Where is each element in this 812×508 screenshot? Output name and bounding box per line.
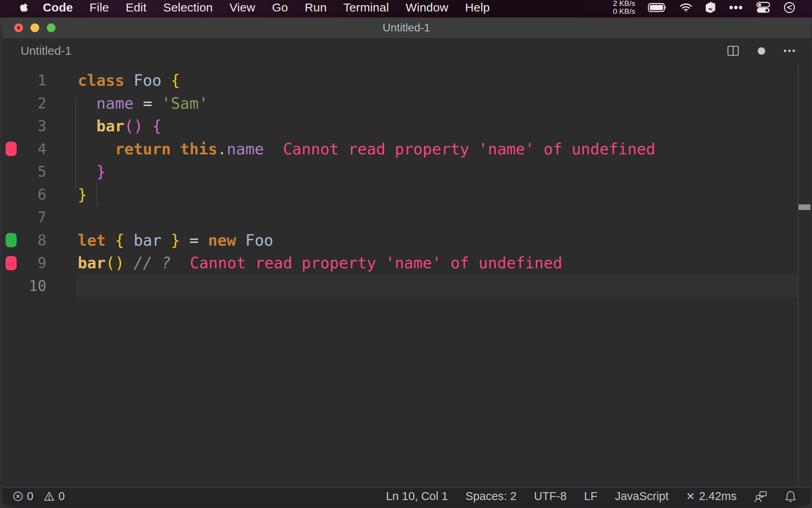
token	[124, 71, 133, 89]
apple-menu[interactable]	[20, 2, 29, 13]
token: {	[115, 231, 124, 249]
token: return	[115, 140, 171, 158]
token: }	[96, 163, 105, 181]
token	[171, 140, 180, 158]
token	[199, 231, 208, 249]
line-number-9[interactable]: 9	[2, 252, 46, 275]
token	[78, 117, 96, 135]
clock-menu-icon[interactable]	[783, 2, 795, 13]
token: bar	[78, 254, 105, 272]
code-line-4[interactable]: 4 return this.nameCannot read property '…	[2, 138, 810, 161]
code-line-2[interactable]: 2 name = 'Sam'	[2, 92, 810, 115]
token	[78, 140, 115, 158]
unsaved-changes-indicator[interactable]	[758, 47, 765, 55]
wifi-icon[interactable]	[680, 3, 692, 12]
token	[124, 254, 133, 272]
line-number-5[interactable]: 5	[2, 160, 46, 183]
code-text: bar() {	[78, 115, 161, 138]
menu-item-selection[interactable]: Selection	[163, 1, 213, 14]
token: this	[180, 140, 217, 158]
split-editor-icon[interactable]	[727, 44, 739, 57]
token	[105, 231, 115, 249]
token: Foo	[134, 71, 161, 89]
error-icon	[13, 491, 23, 502]
token	[124, 231, 133, 249]
token	[180, 231, 189, 249]
more-actions-icon[interactable]	[783, 49, 795, 52]
screen: CodeFileEditSelectionViewGoRunTerminalWi…	[0, 0, 812, 508]
warning-icon	[44, 491, 55, 502]
token: ()	[124, 117, 143, 135]
code-text: let { bar } = new Foo	[78, 229, 273, 252]
code-text: class Foo {	[78, 69, 180, 92]
eol-status[interactable]: LF	[584, 490, 598, 503]
notifications-bell-icon[interactable]	[785, 490, 796, 503]
encoding-status[interactable]: UTF-8	[534, 490, 567, 503]
token: {	[171, 71, 180, 89]
token: // ?	[134, 254, 171, 272]
cursor-position-status[interactable]: Ln 10, Col 1	[386, 490, 448, 503]
token: =	[190, 231, 199, 249]
line-number-4[interactable]: 4	[2, 138, 46, 161]
problems-summary[interactable]: 0 0	[2, 490, 65, 503]
menu-item-code[interactable]: Code	[43, 1, 73, 14]
token: bar	[134, 231, 161, 249]
overview-ruler-cursor-marker[interactable]	[799, 204, 810, 210]
token: .	[217, 140, 226, 158]
code-line-5[interactable]: 5 }	[2, 160, 810, 183]
token: ()	[105, 254, 124, 272]
battery-icon[interactable]	[648, 3, 667, 12]
menu-item-help[interactable]: Help	[465, 1, 490, 14]
menu-bar-left: CodeFileEditSelectionViewGoRunTerminalWi…	[0, 1, 490, 14]
code-line-9[interactable]: 9bar() // ?Cannot read property 'name' o…	[2, 252, 810, 275]
language-mode-status[interactable]: JavaScript	[615, 490, 668, 503]
warning-count: 0	[58, 490, 65, 503]
menu-item-terminal[interactable]: Terminal	[343, 1, 389, 14]
token	[78, 94, 96, 112]
menu-item-view[interactable]: View	[230, 1, 255, 14]
token: Foo	[245, 231, 273, 249]
quokka-x-icon: ✕	[686, 490, 695, 503]
token: }	[78, 186, 87, 204]
line-number-6[interactable]: 6	[2, 183, 46, 206]
quokka-perf-status[interactable]: ✕ 2.42ms	[686, 490, 737, 503]
line-number-10[interactable]: 10	[2, 275, 46, 298]
code-line-8[interactable]: 8let { bar } = new Foo	[2, 229, 810, 252]
ellipsis-menu-icon[interactable]	[729, 5, 743, 10]
line-number-2[interactable]: 2	[2, 92, 46, 115]
token: new	[208, 231, 236, 249]
code-line-7[interactable]: 7	[2, 206, 810, 229]
token: {	[152, 117, 161, 135]
indentation-status[interactable]: Spaces: 2	[465, 490, 517, 503]
network-speed-widget[interactable]: 2 KB/s 0 KB/s	[613, 0, 635, 15]
code-line-6[interactable]: 6}	[2, 183, 810, 206]
line-number-1[interactable]: 1	[2, 69, 46, 92]
line-number-7[interactable]: 7	[2, 206, 46, 229]
token: bar	[96, 117, 124, 135]
menu-item-window[interactable]: Window	[406, 1, 448, 14]
code-line-10[interactable]: 10	[2, 275, 810, 298]
vscode-window: Untitled-1 Untitled-1	[2, 17, 810, 505]
code-text: name = 'Sam'	[78, 92, 208, 115]
token	[161, 71, 170, 89]
code-line-1[interactable]: 1class Foo {	[2, 69, 810, 92]
token	[134, 94, 143, 112]
editor-tab-bar: Untitled-1	[2, 38, 810, 64]
code-line-3[interactable]: 3 bar() {	[2, 115, 810, 138]
token: 'Sam'	[161, 94, 208, 112]
token	[236, 231, 245, 249]
line-number-8[interactable]: 8	[2, 229, 46, 252]
token: =	[143, 94, 152, 112]
menu-item-edit[interactable]: Edit	[126, 1, 147, 14]
feedback-icon[interactable]	[754, 490, 768, 503]
menu-item-run[interactable]: Run	[304, 1, 327, 14]
tab-untitled-1[interactable]: Untitled-1	[21, 44, 71, 58]
line-number-3[interactable]: 3	[2, 115, 46, 138]
control-center-icon[interactable]	[756, 1, 771, 14]
code-text: }	[78, 183, 87, 206]
tab-actions	[727, 44, 795, 57]
menu-item-go[interactable]: Go	[272, 1, 288, 14]
code-editor[interactable]: 1class Foo {2 name = 'Sam'3 bar() {4 ret…	[2, 64, 810, 487]
box-app-icon[interactable]	[705, 2, 716, 13]
menu-item-file[interactable]: File	[90, 1, 109, 14]
